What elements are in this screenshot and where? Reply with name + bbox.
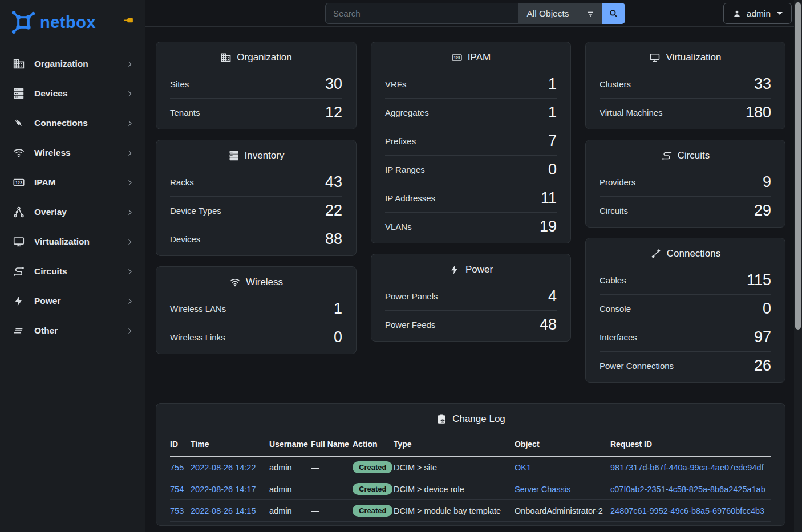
stat-value[interactable]: 11: [541, 189, 557, 207]
search-icon: [608, 8, 619, 19]
stat-value[interactable]: 29: [754, 202, 771, 220]
cell-link[interactable]: 755: [170, 463, 184, 472]
search-button[interactable]: [602, 3, 625, 24]
sidebar-item-wireless[interactable]: Wireless: [0, 138, 145, 168]
cell-link[interactable]: 753: [170, 506, 184, 515]
cell-full-name: —: [311, 456, 353, 478]
sidebar-item-power[interactable]: Power: [0, 286, 145, 316]
cell-id: 755: [170, 456, 191, 478]
stat-label: Wireless Links: [170, 332, 225, 342]
sidebar-item-devices[interactable]: Devices: [0, 79, 145, 108]
person-icon: [732, 9, 742, 18]
sidebar-item-label: IPAM: [34, 177, 56, 188]
cell-object: Server Chassis: [515, 478, 610, 500]
sidebar: netbox OrganizationDevicesConnectionsWir…: [0, 0, 145, 532]
sidebar-item-connections[interactable]: Connections: [0, 108, 145, 138]
stat-label: Interfaces: [600, 332, 637, 342]
search-scope-label: All Objects: [526, 9, 569, 19]
stat-value[interactable]: 30: [325, 75, 342, 93]
cell-link[interactable]: 754: [170, 485, 184, 494]
sidebar-item-virtualization[interactable]: Virtualization: [0, 227, 145, 257]
stat-value[interactable]: 180: [746, 104, 771, 121]
stat-value[interactable]: 48: [540, 316, 557, 334]
card-wireless: WirelessWireless LANs1Wireless Links0: [156, 266, 357, 354]
cell-link[interactable]: 24807c61-9952-49c6-b8a5-69760bfcc4b3: [610, 506, 764, 515]
action-badge: Created: [353, 505, 392, 517]
cell-id: 754: [170, 478, 191, 500]
stat-row-clusters: Clusters33: [600, 70, 771, 98]
changelog-header-row: IDTimeUsernameFull NameActionTypeObjectR…: [170, 433, 771, 456]
cell-link[interactable]: 9817317d-b67f-440a-99ca-4ae07ede94df: [610, 463, 763, 472]
cell-username: admin: [269, 500, 311, 522]
cell-link[interactable]: 2022-08-26 14:17: [191, 485, 256, 494]
stat-value[interactable]: 1: [548, 104, 557, 121]
sidebar-item-label: Devices: [34, 88, 68, 99]
sidebar-item-organization[interactable]: Organization: [0, 49, 145, 79]
cell-type: DCIM > module bay template: [394, 500, 515, 522]
stat-value[interactable]: 9: [763, 173, 771, 191]
cell-full-name: —: [311, 500, 353, 522]
chevron-right-icon: [125, 297, 134, 306]
stat-label: Prefixes: [385, 136, 416, 146]
scrollbar-thumb[interactable]: [795, 2, 801, 330]
stat-value[interactable]: 0: [334, 328, 342, 346]
stat-row-wireless-lans: Wireless LANs1: [170, 294, 342, 323]
filter-button[interactable]: [578, 3, 602, 24]
stat-label: IP Addresses: [385, 193, 435, 203]
stat-label: Virtual Machines: [600, 108, 663, 117]
cell-type: DCIM > site: [394, 456, 515, 478]
search-scope-dropdown[interactable]: All Objects: [518, 3, 578, 24]
stat-value[interactable]: 1: [548, 75, 557, 93]
stat-row-power-panels: Power Panels4: [385, 282, 557, 310]
sidebar-item-ipam[interactable]: 123IPAM: [0, 168, 145, 197]
pin-sidebar-icon[interactable]: [123, 14, 135, 27]
scrollbar-track[interactable]: [794, 0, 802, 532]
sidebar-item-label: Overlay: [34, 207, 67, 217]
cell-link[interactable]: OK1: [515, 463, 531, 472]
stat-value[interactable]: 0: [548, 161, 557, 178]
card-header: Connections: [586, 238, 785, 266]
stat-value[interactable]: 22: [325, 202, 342, 220]
user-menu-button[interactable]: admin: [723, 3, 792, 24]
stat-value[interactable]: 97: [754, 328, 771, 346]
cell-link[interactable]: 2022-08-26 14:22: [191, 463, 256, 472]
stat-value[interactable]: 33: [754, 75, 771, 93]
netbox-logo-icon[interactable]: [10, 9, 37, 35]
card-virtualization: VirtualizationClusters33Virtual Machines…: [585, 42, 785, 129]
stat-value[interactable]: 4: [548, 287, 557, 305]
stat-rows: Sites30Tenants12: [170, 70, 342, 129]
stat-rows: Providers9Circuits29: [600, 168, 771, 227]
cell-object: OnboardAdministrator-2: [515, 500, 610, 522]
stat-value[interactable]: 43: [325, 173, 342, 191]
building-icon: [13, 58, 25, 70]
column-header-request-id: Request ID: [610, 433, 771, 456]
stat-rows: Cables115Console0Interfaces97Power Conne…: [600, 266, 771, 382]
sidebar-item-label: Organization: [34, 59, 88, 69]
stat-label: VRFs: [385, 79, 407, 89]
cell-link[interactable]: c07f0ab2-2351-4c58-825a-8b6a2425a1ab: [610, 485, 765, 494]
search-input[interactable]: [325, 3, 518, 24]
stat-value[interactable]: 88: [325, 230, 342, 248]
stat-value[interactable]: 115: [747, 271, 771, 289]
sidebar-item-other[interactable]: Other: [0, 316, 145, 346]
stat-value[interactable]: 1: [334, 300, 342, 318]
cell-link[interactable]: 2022-08-26 14:15: [191, 506, 256, 515]
sidebar-item-circuits[interactable]: Circuits: [0, 257, 145, 286]
counter-icon: 123: [13, 176, 25, 189]
cell-link[interactable]: Server Chassis: [515, 485, 570, 494]
sidebar-item-overlay[interactable]: Overlay: [0, 197, 145, 227]
stat-value[interactable]: 0: [763, 300, 771, 318]
bolt-icon: [13, 295, 25, 307]
sidebar-nav: OrganizationDevicesConnectionsWireless12…: [0, 49, 145, 346]
brand-name[interactable]: netbox: [40, 13, 96, 32]
svg-text:123: 123: [453, 56, 460, 60]
stat-value[interactable]: 26: [754, 357, 771, 375]
stat-value[interactable]: 12: [325, 104, 342, 121]
stat-value[interactable]: 19: [540, 218, 557, 235]
stat-rows: VRFs1Aggregates1Prefixes7IP Ranges0IP Ad…: [385, 70, 557, 243]
cell-action: Created: [353, 456, 394, 478]
card-header: Virtualization: [586, 42, 785, 70]
changelog-row: 7542022-08-26 14:17admin—CreatedDCIM > d…: [170, 478, 771, 500]
stat-value[interactable]: 7: [548, 132, 557, 150]
filter-icon: [585, 8, 596, 19]
